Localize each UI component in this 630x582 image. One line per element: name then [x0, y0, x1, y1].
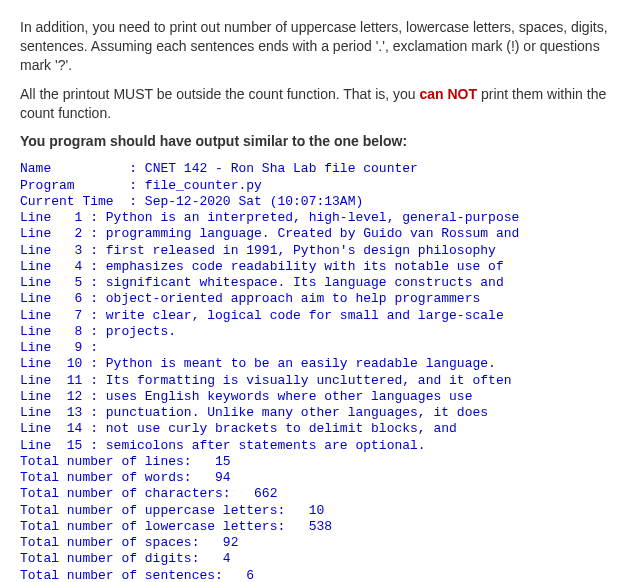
total-upper: Total number of uppercase letters: 10 [20, 503, 324, 518]
total-spaces: Total number of spaces: 92 [20, 535, 238, 550]
instruction-text: In addition, you need to print out numbe… [20, 19, 608, 73]
instruction-paragraph-3: You program should have output similar t… [20, 132, 610, 151]
output-name-value: CNET 142 - Ron Sha Lab file counter [145, 161, 418, 176]
total-lower: Total number of lowercase letters: 538 [20, 519, 332, 534]
instruction-text: All the printout MUST be outside the cou… [20, 86, 420, 102]
total-words: Total number of words: 94 [20, 470, 231, 485]
program-output: Name : CNET 142 - Ron Sha Lab file count… [20, 161, 610, 582]
emphasis-cannot: can NOT [420, 86, 478, 102]
output-program-label: Program : [20, 178, 145, 193]
instruction-text: You program should have output similar t… [20, 133, 407, 149]
output-time-label: Current Time : [20, 194, 145, 209]
instruction-paragraph-1: In addition, you need to print out numbe… [20, 18, 610, 75]
total-digits: Total number of digits: 4 [20, 551, 231, 566]
output-time-value: Sep-12-2020 Sat (10:07:13AM) [145, 194, 363, 209]
total-chars: Total number of characters: 662 [20, 486, 277, 501]
total-sentences: Total number of sentences: 6 [20, 568, 254, 582]
output-name-label: Name : [20, 161, 145, 176]
output-program-value: file_counter.py [145, 178, 262, 193]
output-lines: Line 1 : Python is an interpreted, high-… [20, 210, 519, 453]
total-lines: Total number of lines: 15 [20, 454, 231, 469]
instruction-paragraph-2: All the printout MUST be outside the cou… [20, 85, 610, 123]
